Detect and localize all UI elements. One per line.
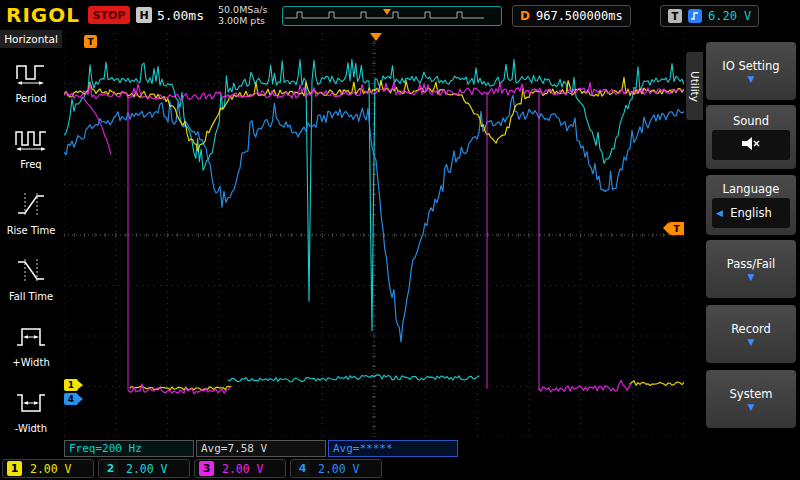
ch4-ground-marker[interactable]: 4	[64, 393, 78, 405]
channel-4-scale: 2.00 V	[318, 462, 360, 476]
menu-item-freq[interactable]: Freq	[0, 114, 62, 180]
top-status-bar: RIGOL STOP H 5.00ms 50.0MSa/s 3.00M pts …	[0, 0, 800, 30]
sound-value-box	[712, 130, 790, 160]
channel-status-bar: 1 2.00 V 2 2.00 V 3 2.00 V 4 2.00 V	[0, 458, 800, 480]
language-value-box: ◀ English	[712, 198, 790, 228]
chevron-down-icon: ▼	[748, 403, 755, 412]
left-softkey-menu: Horizontal Period Fre	[0, 30, 62, 450]
menu-item-fall-time[interactable]: Fall Time	[0, 246, 62, 312]
trigger-level-value: 6.20 V	[708, 9, 751, 23]
freq-icon	[14, 124, 48, 156]
rise-time-icon	[14, 190, 48, 222]
record-button[interactable]: Record ▼	[706, 305, 796, 363]
measurement-avg1[interactable]: Avg=7.58 V	[196, 440, 326, 457]
sample-rate: 50.0MSa/s	[218, 4, 267, 15]
trigger-position-marker-icon[interactable]	[370, 33, 382, 41]
channel-2-scale: 2.00 V	[126, 462, 168, 476]
menu-item-period[interactable]: Period	[0, 48, 62, 114]
chevron-down-icon: ▼	[748, 75, 755, 84]
io-setting-button[interactable]: IO Setting ▼	[706, 42, 796, 100]
left-menu-title: Horizontal	[0, 30, 62, 48]
pass-fail-button[interactable]: Pass/Fail ▼	[706, 240, 796, 298]
overview-waveform-icon	[283, 7, 499, 23]
rigol-logo: RIGOL	[6, 3, 80, 27]
sound-button[interactable]: Sound	[706, 105, 796, 169]
measurement-avg2[interactable]: Avg=*****	[328, 440, 458, 457]
waveform-display-area: T T 1 4	[64, 33, 684, 437]
utility-tab[interactable]: Utility	[686, 52, 703, 120]
speaker-muted-icon	[741, 136, 761, 154]
ch1-ground-marker[interactable]: 1	[64, 379, 78, 391]
channel-2-badge: 2	[103, 461, 118, 476]
channel-4-status[interactable]: 4 2.00 V	[290, 459, 382, 478]
fall-time-icon	[14, 256, 48, 288]
acquisition-info: 50.0MSa/s 3.00M pts	[218, 4, 267, 26]
channel-4-badge: 4	[295, 461, 310, 476]
system-button[interactable]: System ▼	[706, 370, 796, 428]
horizontal-status[interactable]: H 5.00ms	[136, 6, 204, 24]
h-badge: H	[136, 7, 152, 23]
run-state-badge[interactable]: STOP	[88, 6, 130, 24]
oscilloscope-screen: RIGOL STOP H 5.00ms 50.0MSa/s 3.00M pts …	[0, 0, 800, 480]
trigger-time-marker[interactable]: T	[84, 35, 97, 48]
menu-item-plus-width[interactable]: +Width	[0, 312, 62, 378]
chevron-down-icon: ▼	[748, 338, 755, 347]
trigger-edge-icon	[688, 9, 702, 23]
trigger-level-marker[interactable]: T	[669, 222, 684, 235]
menu-item-minus-width[interactable]: -Width	[0, 378, 62, 444]
period-icon	[14, 58, 48, 90]
waveform-overview-strip[interactable]	[282, 6, 502, 26]
trigger-status[interactable]: T 6.20 V	[660, 5, 759, 27]
timebase-value: 5.00ms	[157, 8, 204, 23]
menu-item-rise-time[interactable]: Rise Time	[0, 180, 62, 246]
t-badge: T	[668, 9, 682, 23]
channel-3-scale: 2.00 V	[222, 462, 264, 476]
language-value: English	[730, 206, 772, 220]
measurement-row: Freq=200 Hz Avg=7.58 V Avg=*****	[64, 440, 458, 457]
chevron-down-icon: ▼	[748, 273, 755, 282]
delay-status[interactable]: D 967.500000ms	[512, 5, 631, 27]
channel-1-badge: 1	[7, 461, 22, 476]
channel-1-scale: 2.00 V	[30, 462, 72, 476]
language-button[interactable]: Language ◀ English	[706, 175, 796, 235]
scope-display	[64, 33, 684, 437]
right-softkey-menu: Utility IO Setting ▼ Sound Language ◀ En…	[684, 30, 800, 480]
channel-3-badge: 3	[199, 461, 214, 476]
plus-width-icon	[14, 322, 48, 354]
d-badge: D	[520, 9, 530, 23]
channel-3-status[interactable]: 3 2.00 V	[194, 459, 286, 478]
memory-depth: 3.00M pts	[218, 15, 267, 26]
delay-value: 967.500000ms	[536, 9, 623, 23]
channel-2-status[interactable]: 2 2.00 V	[98, 459, 190, 478]
measurement-freq[interactable]: Freq=200 Hz	[64, 440, 194, 457]
minus-width-icon	[14, 388, 48, 420]
channel-1-status[interactable]: 1 2.00 V	[2, 459, 94, 478]
chevron-left-icon: ◀	[716, 208, 723, 218]
